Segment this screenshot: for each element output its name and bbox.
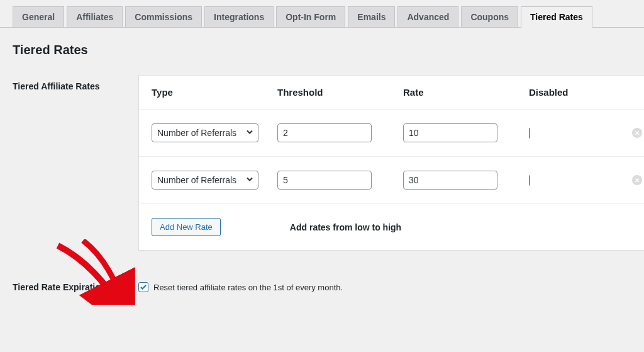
tab-coupons[interactable]: Coupons — [461, 6, 518, 28]
add-new-rate-button[interactable]: Add New Rate — [152, 218, 221, 236]
tab-integrations[interactable]: Integrations — [204, 6, 274, 28]
column-header-rate: Rate — [403, 87, 529, 98]
type-select[interactable]: Number of Referrals — [152, 123, 258, 142]
check-icon — [140, 283, 147, 291]
rate-input[interactable] — [403, 171, 497, 190]
tab-tiered-rates[interactable]: Tiered Rates — [521, 6, 592, 28]
section-label-tiered-rates: Tiered Affiliate Rates — [13, 75, 138, 251]
rate-row: Number of Referrals — [139, 156, 644, 203]
type-select[interactable]: Number of Referrals — [152, 171, 258, 190]
rate-input[interactable] — [403, 123, 497, 142]
expiration-checkbox[interactable] — [138, 282, 148, 292]
threshold-input[interactable] — [277, 171, 372, 190]
column-header-threshold: Threshold — [277, 87, 403, 98]
disabled-checkbox[interactable] — [529, 128, 530, 139]
tiered-rates-table: Type Threshold Rate Disabled Number of R… — [138, 75, 644, 251]
tab-commissions[interactable]: Commissions — [125, 6, 202, 28]
threshold-input[interactable] — [277, 123, 372, 142]
remove-row-icon[interactable]: ✕ — [632, 128, 642, 138]
settings-tabs: General Affiliates Commissions Integrati… — [0, 0, 644, 28]
rate-row: Number of Referrals — [139, 109, 644, 156]
remove-row-icon[interactable]: ✕ — [632, 175, 642, 185]
disabled-checkbox[interactable] — [529, 175, 530, 186]
tab-general[interactable]: General — [13, 6, 64, 28]
expiration-checkbox-label: Reset tiered affiliate rates on the 1st … — [153, 283, 343, 292]
tab-optin-form[interactable]: Opt-In Form — [276, 6, 345, 28]
tab-emails[interactable]: Emails — [348, 6, 395, 28]
section-label-expiration: Tiered Rate Expiration — [13, 282, 138, 292]
tab-affiliates[interactable]: Affiliates — [67, 6, 123, 28]
tab-advanced[interactable]: Advanced — [397, 6, 458, 28]
footer-note: Add rates from low to high — [290, 222, 401, 232]
column-header-disabled: Disabled — [529, 87, 611, 98]
page-title: Tiered Rates — [13, 43, 631, 57]
column-header-type: Type — [152, 87, 277, 98]
